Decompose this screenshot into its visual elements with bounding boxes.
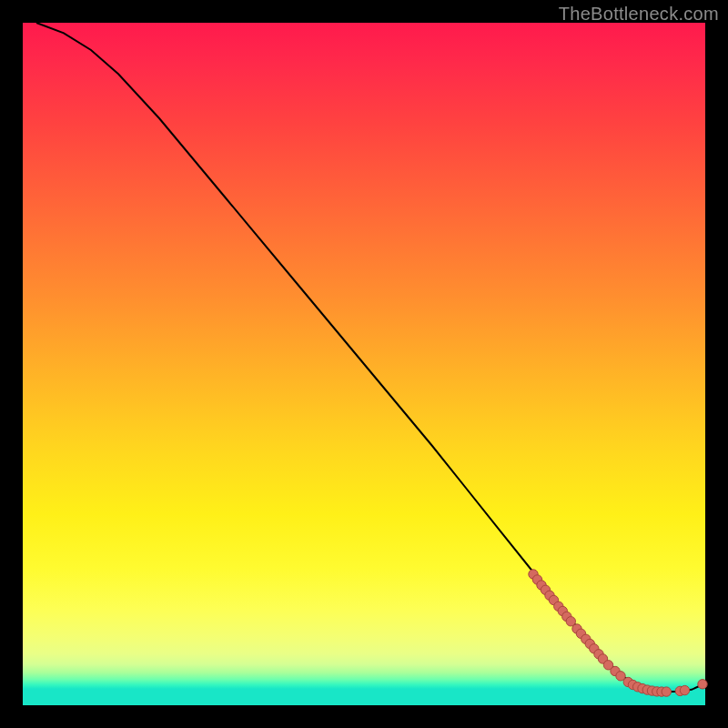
plot-area bbox=[23, 23, 705, 705]
chart-points bbox=[529, 570, 707, 697]
chart-curve bbox=[36, 23, 705, 692]
chart-svg bbox=[23, 23, 705, 705]
data-point bbox=[698, 680, 707, 689]
data-point bbox=[662, 687, 671, 696]
chart-stage: TheBottleneck.com bbox=[0, 0, 728, 728]
watermark-text: TheBottleneck.com bbox=[559, 4, 719, 25]
data-point bbox=[680, 685, 689, 694]
